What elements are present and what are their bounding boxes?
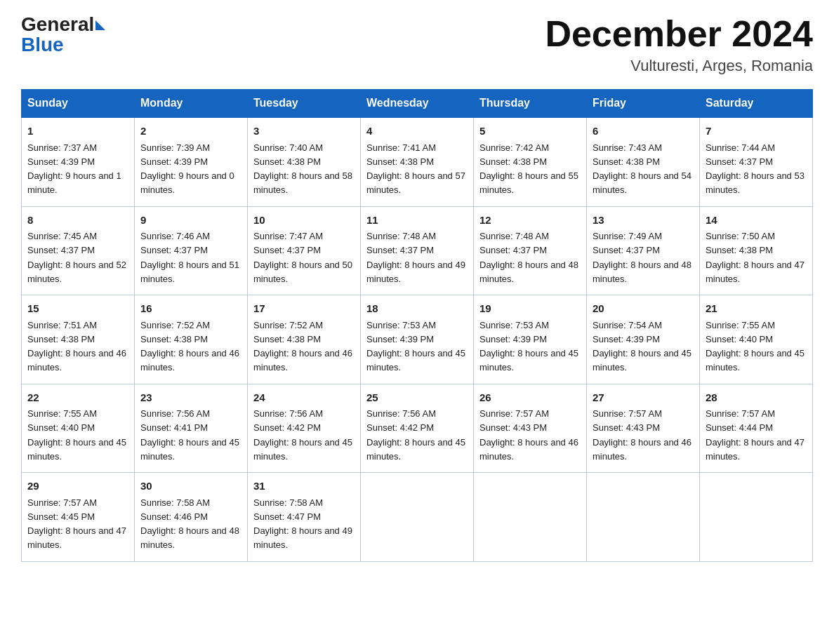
day-info: Sunrise: 7:40 AMSunset: 4:38 PMDaylight:…	[253, 142, 352, 196]
day-number: 23	[140, 390, 241, 406]
day-number: 19	[479, 301, 581, 317]
calendar-cell: 16 Sunrise: 7:52 AMSunset: 4:38 PMDaylig…	[135, 295, 248, 384]
col-header-sunday: Sunday	[22, 90, 135, 118]
page-header: General Blue December 2024 Vulturesti, A…	[21, 14, 813, 75]
day-info: Sunrise: 7:48 AMSunset: 4:37 PMDaylight:…	[479, 231, 578, 284]
day-info: Sunrise: 7:53 AMSunset: 4:39 PMDaylight:…	[479, 320, 578, 373]
calendar-cell: 31 Sunrise: 7:58 AMSunset: 4:47 PMDaylig…	[248, 473, 361, 562]
day-info: Sunrise: 7:56 AMSunset: 4:42 PMDaylight:…	[253, 408, 352, 462]
day-number: 29	[27, 478, 128, 495]
calendar-cell: 20 Sunrise: 7:54 AMSunset: 4:39 PMDaylig…	[587, 295, 700, 384]
calendar-cell: 27 Sunrise: 7:57 AMSunset: 4:43 PMDaylig…	[587, 384, 700, 473]
calendar-cell: 17 Sunrise: 7:52 AMSunset: 4:38 PMDaylig…	[248, 295, 361, 384]
day-number: 10	[253, 213, 355, 229]
day-info: Sunrise: 7:47 AMSunset: 4:37 PMDaylight:…	[253, 231, 352, 284]
calendar-cell: 9 Sunrise: 7:46 AMSunset: 4:37 PMDayligh…	[135, 206, 248, 295]
day-info: Sunrise: 7:50 AMSunset: 4:38 PMDaylight:…	[706, 231, 805, 284]
calendar-cell: 12 Sunrise: 7:48 AMSunset: 4:37 PMDaylig…	[474, 206, 587, 295]
calendar-cell: 24 Sunrise: 7:56 AMSunset: 4:42 PMDaylig…	[248, 384, 361, 473]
calendar-cell: 13 Sunrise: 7:49 AMSunset: 4:37 PMDaylig…	[587, 206, 700, 295]
day-info: Sunrise: 7:46 AMSunset: 4:37 PMDaylight:…	[140, 231, 239, 284]
col-header-wednesday: Wednesday	[361, 90, 474, 118]
calendar-cell	[474, 473, 587, 562]
calendar-cell: 28 Sunrise: 7:57 AMSunset: 4:44 PMDaylig…	[700, 384, 813, 473]
day-number: 24	[253, 390, 355, 406]
calendar-cell: 1 Sunrise: 7:37 AMSunset: 4:39 PMDayligh…	[22, 117, 135, 206]
calendar-cell: 22 Sunrise: 7:55 AMSunset: 4:40 PMDaylig…	[22, 384, 135, 473]
day-info: Sunrise: 7:45 AMSunset: 4:37 PMDaylight:…	[27, 231, 126, 284]
day-number: 20	[593, 301, 694, 317]
day-number: 5	[479, 123, 581, 140]
day-number: 27	[593, 390, 694, 406]
calendar-cell: 8 Sunrise: 7:45 AMSunset: 4:37 PMDayligh…	[22, 206, 135, 295]
day-number: 17	[253, 301, 355, 317]
col-header-friday: Friday	[587, 90, 700, 118]
calendar-cell: 6 Sunrise: 7:43 AMSunset: 4:38 PMDayligh…	[587, 117, 700, 206]
calendar-cell: 30 Sunrise: 7:58 AMSunset: 4:46 PMDaylig…	[135, 473, 248, 562]
day-info: Sunrise: 7:43 AMSunset: 4:38 PMDaylight:…	[593, 142, 691, 196]
day-number: 2	[140, 123, 241, 140]
day-number: 26	[479, 390, 581, 406]
day-number: 11	[366, 213, 468, 229]
day-number: 3	[253, 123, 355, 140]
day-info: Sunrise: 7:57 AMSunset: 4:43 PMDaylight:…	[593, 408, 691, 462]
calendar-cell: 21 Sunrise: 7:55 AMSunset: 4:40 PMDaylig…	[700, 295, 813, 384]
calendar-cell: 29 Sunrise: 7:57 AMSunset: 4:45 PMDaylig…	[22, 473, 135, 562]
day-number: 15	[27, 301, 128, 317]
day-number: 6	[593, 123, 694, 140]
calendar-cell: 7 Sunrise: 7:44 AMSunset: 4:37 PMDayligh…	[700, 117, 813, 206]
day-info: Sunrise: 7:55 AMSunset: 4:40 PMDaylight:…	[27, 408, 126, 462]
day-number: 9	[140, 213, 241, 229]
calendar-table: SundayMondayTuesdayWednesdayThursdayFrid…	[21, 89, 813, 562]
day-info: Sunrise: 7:53 AMSunset: 4:39 PMDaylight:…	[366, 320, 465, 373]
day-info: Sunrise: 7:49 AMSunset: 4:37 PMDaylight:…	[593, 231, 691, 284]
logo-text-blue: Blue	[21, 34, 64, 55]
day-info: Sunrise: 7:39 AMSunset: 4:39 PMDaylight:…	[140, 142, 234, 196]
calendar-cell: 4 Sunrise: 7:41 AMSunset: 4:38 PMDayligh…	[361, 117, 474, 206]
col-header-monday: Monday	[135, 90, 248, 118]
day-info: Sunrise: 7:51 AMSunset: 4:38 PMDaylight:…	[27, 320, 126, 373]
day-info: Sunrise: 7:57 AMSunset: 4:45 PMDaylight:…	[27, 497, 126, 551]
day-info: Sunrise: 7:44 AMSunset: 4:37 PMDaylight:…	[706, 142, 805, 196]
calendar-cell: 3 Sunrise: 7:40 AMSunset: 4:38 PMDayligh…	[248, 117, 361, 206]
calendar-cell: 19 Sunrise: 7:53 AMSunset: 4:39 PMDaylig…	[474, 295, 587, 384]
month-title: December 2024	[545, 14, 813, 54]
calendar-cell: 11 Sunrise: 7:48 AMSunset: 4:37 PMDaylig…	[361, 206, 474, 295]
day-number: 18	[366, 301, 468, 317]
day-number: 13	[593, 213, 694, 229]
calendar-cell: 25 Sunrise: 7:56 AMSunset: 4:42 PMDaylig…	[361, 384, 474, 473]
day-info: Sunrise: 7:56 AMSunset: 4:41 PMDaylight:…	[140, 408, 239, 462]
day-info: Sunrise: 7:41 AMSunset: 4:38 PMDaylight:…	[366, 142, 465, 196]
logo-arrow-icon	[95, 20, 105, 30]
calendar-cell: 2 Sunrise: 7:39 AMSunset: 4:39 PMDayligh…	[135, 117, 248, 206]
day-number: 14	[706, 213, 807, 229]
day-info: Sunrise: 7:57 AMSunset: 4:44 PMDaylight:…	[706, 408, 805, 462]
calendar-cell	[587, 473, 700, 562]
day-number: 12	[479, 213, 581, 229]
day-info: Sunrise: 7:58 AMSunset: 4:47 PMDaylight:…	[253, 497, 352, 551]
day-info: Sunrise: 7:58 AMSunset: 4:46 PMDaylight:…	[140, 497, 239, 551]
calendar-cell: 5 Sunrise: 7:42 AMSunset: 4:38 PMDayligh…	[474, 117, 587, 206]
day-number: 25	[366, 390, 468, 406]
day-info: Sunrise: 7:37 AMSunset: 4:39 PMDaylight:…	[27, 142, 121, 196]
col-header-saturday: Saturday	[700, 90, 813, 118]
col-header-thursday: Thursday	[474, 90, 587, 118]
calendar-cell: 10 Sunrise: 7:47 AMSunset: 4:37 PMDaylig…	[248, 206, 361, 295]
day-number: 4	[366, 123, 468, 140]
day-number: 30	[140, 478, 241, 495]
logo: General Blue	[21, 14, 105, 56]
logo-text-black: General	[21, 14, 94, 36]
day-number: 8	[27, 213, 128, 229]
calendar-cell: 14 Sunrise: 7:50 AMSunset: 4:38 PMDaylig…	[700, 206, 813, 295]
day-number: 7	[706, 123, 807, 140]
day-number: 1	[27, 123, 128, 140]
calendar-cell	[700, 473, 813, 562]
col-header-tuesday: Tuesday	[248, 90, 361, 118]
day-info: Sunrise: 7:54 AMSunset: 4:39 PMDaylight:…	[593, 320, 691, 373]
location: Vulturesti, Arges, Romania	[545, 57, 813, 75]
calendar-cell: 15 Sunrise: 7:51 AMSunset: 4:38 PMDaylig…	[22, 295, 135, 384]
day-number: 22	[27, 390, 128, 406]
day-info: Sunrise: 7:56 AMSunset: 4:42 PMDaylight:…	[366, 408, 465, 462]
calendar-cell: 23 Sunrise: 7:56 AMSunset: 4:41 PMDaylig…	[135, 384, 248, 473]
day-number: 28	[706, 390, 807, 406]
